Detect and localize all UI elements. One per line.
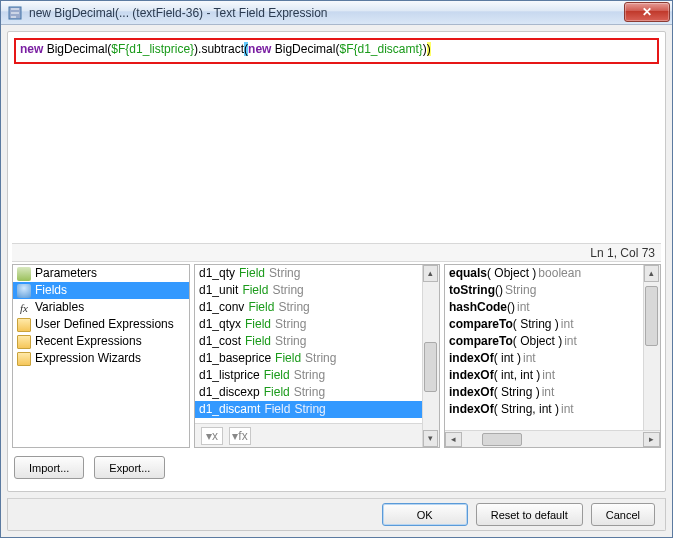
field-name: d1_unit [199, 282, 238, 299]
editor-empty-area[interactable] [12, 64, 661, 244]
field-row[interactable]: d1_conv Field String [195, 299, 422, 316]
method-return: String [505, 282, 536, 299]
reset-button[interactable]: Reset to default [476, 503, 583, 526]
method-name: hashCode [449, 299, 507, 316]
scroll-left-icon[interactable]: ◂ [445, 432, 462, 447]
field-name: d1_listprice [199, 367, 260, 384]
filter-icon: ▾x [206, 429, 218, 443]
method-row[interactable]: equals( Object ) boolean [445, 265, 643, 282]
fields-toolbar: ▾x ▾fx [195, 423, 439, 447]
expression-editor-highlight: new BigDecimal($F{d1_listprice}).subtrac… [14, 38, 659, 64]
method-row[interactable]: indexOf( int ) int [445, 350, 643, 367]
scroll-track[interactable] [423, 282, 439, 430]
tree-item[interactable]: Recent Expressions [13, 333, 189, 350]
category-tree-panel: ParametersFieldsfxVariablesUser Defined … [12, 264, 190, 448]
field-name: d1_discexp [199, 384, 260, 401]
field-row[interactable]: d1_listprice Field String [195, 367, 422, 384]
titlebar[interactable]: new BigDecimal(... (textField-36) - Text… [1, 1, 672, 25]
field-name: d1_qtyx [199, 316, 241, 333]
method-row[interactable]: toString() String [445, 282, 643, 299]
field-name: d1_qty [199, 265, 235, 282]
field-type: Field [264, 384, 290, 401]
scroll-up-icon[interactable]: ▴ [423, 265, 438, 282]
field-type: Field [245, 333, 271, 350]
field-row[interactable]: d1_discexp Field String [195, 384, 422, 401]
field-row[interactable]: d1_discamt Field String [195, 401, 422, 418]
tree-item[interactable]: Parameters [13, 265, 189, 282]
field-row[interactable]: d1_qty Field String [195, 265, 422, 282]
field-class: String [269, 265, 300, 282]
scroll-right-icon[interactable]: ▸ [643, 432, 660, 447]
methods-hscroll[interactable]: ◂ ▸ [445, 430, 660, 447]
methods-list[interactable]: equals( Object ) booleantoString() Strin… [445, 265, 643, 430]
scroll-thumb[interactable] [424, 342, 437, 392]
method-return: int [517, 299, 530, 316]
scroll-up-icon[interactable]: ▴ [644, 265, 659, 282]
tree-item-label: User Defined Expressions [35, 316, 174, 333]
tree-item-label: Fields [35, 282, 67, 299]
tree-item[interactable]: Expression Wizards [13, 350, 189, 367]
scroll-thumb[interactable] [482, 433, 522, 446]
tree-item-label: Recent Expressions [35, 333, 142, 350]
method-return: int [542, 384, 555, 401]
expression-editor[interactable]: new BigDecimal($F{d1_listprice}).subtrac… [20, 42, 653, 57]
tree-item-label: Variables [35, 299, 84, 316]
field-type: Field [264, 401, 290, 418]
tree-item-label: Expression Wizards [35, 350, 141, 367]
category-tree[interactable]: ParametersFieldsfxVariablesUser Defined … [13, 265, 189, 447]
scroll-thumb[interactable] [645, 286, 658, 346]
export-button[interactable]: Export... [94, 456, 165, 479]
tree-item[interactable]: Fields [13, 282, 189, 299]
fields-list[interactable]: d1_qty Field Stringd1_unit Field Stringd… [195, 265, 422, 423]
import-button[interactable]: Import... [14, 456, 84, 479]
field-row[interactable]: d1_baseprice Field String [195, 350, 422, 367]
field-name: d1_cost [199, 333, 241, 350]
method-row[interactable]: compareTo( String ) int [445, 316, 643, 333]
method-args: ( Object ) [487, 265, 536, 282]
tree-item[interactable]: fxVariables [13, 299, 189, 316]
folder-icon [17, 318, 31, 332]
method-name: compareTo [449, 316, 513, 333]
field-row[interactable]: d1_qtyx Field String [195, 316, 422, 333]
field-name: d1_conv [199, 299, 244, 316]
scroll-track[interactable] [462, 432, 643, 447]
field-row[interactable]: d1_unit Field String [195, 282, 422, 299]
method-return: int [564, 333, 577, 350]
method-return: int [542, 367, 555, 384]
filter-button-1[interactable]: ▾x [201, 427, 223, 445]
method-row[interactable]: indexOf( String, int ) int [445, 401, 643, 418]
method-row[interactable]: indexOf( int, int ) int [445, 367, 643, 384]
methods-panel: equals( Object ) booleantoString() Strin… [444, 264, 661, 448]
filter-button-2[interactable]: ▾fx [229, 427, 251, 445]
param-icon [17, 267, 31, 281]
field-class: String [275, 316, 306, 333]
tree-item-label: Parameters [35, 265, 97, 282]
scroll-track[interactable] [644, 282, 660, 430]
method-name: indexOf [449, 384, 494, 401]
field-name: d1_discamt [199, 401, 260, 418]
fields-vscroll[interactable]: ▴ ▾ [422, 265, 439, 447]
field-name: d1_baseprice [199, 350, 271, 367]
field-type: Field [248, 299, 274, 316]
fx-icon: fx [17, 301, 31, 315]
method-name: compareTo [449, 333, 513, 350]
field-class: String [275, 333, 306, 350]
method-row[interactable]: hashCode() int [445, 299, 643, 316]
field-class: String [294, 367, 325, 384]
field-row[interactable]: d1_cost Field String [195, 333, 422, 350]
fx-icon: ▾fx [232, 429, 247, 443]
methods-vscroll[interactable]: ▴ ▾ [643, 265, 660, 447]
method-row[interactable]: compareTo( Object ) int [445, 333, 643, 350]
method-args: ( Object ) [513, 333, 562, 350]
tree-item[interactable]: User Defined Expressions [13, 316, 189, 333]
scroll-down-icon[interactable]: ▾ [423, 430, 438, 447]
method-name: equals [449, 265, 487, 282]
method-args: ( String, int ) [494, 401, 559, 418]
cancel-button[interactable]: Cancel [591, 503, 655, 526]
close-button[interactable]: ✕ [624, 2, 670, 22]
method-return: int [561, 316, 574, 333]
field-class: String [294, 401, 325, 418]
ok-button[interactable]: OK [382, 503, 468, 526]
import-export-row: Import... Export... [12, 452, 661, 487]
method-row[interactable]: indexOf( String ) int [445, 384, 643, 401]
